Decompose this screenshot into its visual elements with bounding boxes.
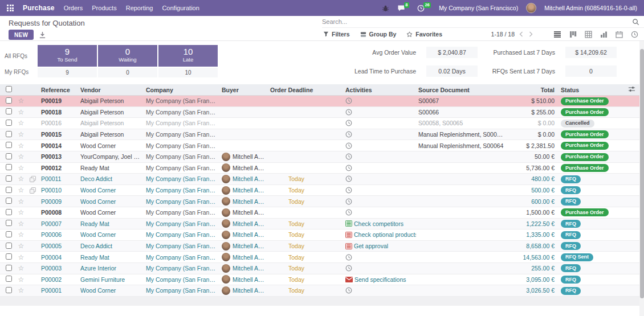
favorite-star-icon[interactable]: ☆ [15, 109, 27, 116]
cell-activities[interactable]: Check optional products [343, 231, 416, 238]
favorite-star-icon[interactable]: ☆ [15, 287, 27, 294]
table-row[interactable]: ☆ P00019 Abigail Peterson My Company (Sa… [0, 96, 639, 107]
kpi-to-send[interactable]: 9To Send [38, 45, 97, 67]
row-checkbox[interactable] [6, 287, 12, 293]
row-checkbox[interactable] [6, 198, 12, 204]
apps-grid-icon[interactable] [7, 5, 14, 11]
activity-clock-icon[interactable] [345, 165, 352, 171]
cell-activities[interactable]: Check competitors [343, 220, 416, 227]
header-buyer[interactable]: Buyer [219, 87, 268, 93]
favorite-star-icon[interactable]: ☆ [15, 254, 27, 261]
favorite-star-icon[interactable]: ☆ [15, 276, 27, 283]
table-row[interactable]: ☆ P00005 Deco Addict My Company (San Fra… [0, 241, 639, 252]
activity-clock-icon[interactable] [345, 198, 352, 205]
activity-clock-icon[interactable] [345, 287, 352, 294]
cell-activities[interactable] [343, 187, 416, 194]
view-graph-icon[interactable] [600, 31, 608, 38]
user-avatar[interactable] [526, 3, 536, 13]
cell-activities[interactable] [343, 287, 416, 294]
favorite-star-icon[interactable]: ☆ [15, 120, 27, 126]
cell-activities[interactable] [343, 175, 416, 182]
row-checkbox[interactable] [6, 231, 12, 237]
new-button[interactable]: NEW [9, 30, 34, 40]
cell-activities[interactable] [343, 97, 416, 104]
pager-next-icon[interactable] [529, 31, 533, 37]
kpi-my-late[interactable]: 10 [158, 68, 218, 77]
scrollbar-thumb[interactable] [640, 49, 644, 298]
row-checkbox[interactable] [6, 276, 12, 282]
activity-clock-icon[interactable] [345, 109, 352, 116]
search-icon[interactable] [632, 18, 639, 26]
row-checkbox[interactable] [6, 265, 12, 271]
cell-activities[interactable]: Send specifications [343, 276, 416, 283]
activity-clock-icon[interactable] [345, 97, 352, 104]
group-by-button[interactable]: Group By [360, 31, 397, 38]
row-checkbox[interactable] [6, 164, 12, 170]
table-row[interactable]: ☆ P00015 Abigail Peterson My Company (Sa… [0, 129, 639, 141]
cell-activities[interactable] [343, 265, 416, 272]
view-pivot-icon[interactable] [585, 31, 592, 38]
import-records-icon[interactable] [39, 31, 46, 39]
table-row[interactable]: ☆ P00011 Deco Addict My Company (San Fra… [0, 174, 639, 185]
activity-clock-icon[interactable] [345, 254, 352, 261]
favorite-star-icon[interactable]: ☆ [15, 243, 27, 249]
pager-previous-icon[interactable] [519, 31, 523, 37]
activity-clock-icon[interactable] [345, 131, 352, 138]
view-list-icon[interactable] [553, 31, 561, 38]
header-order-deadline[interactable]: Order Deadline [268, 87, 343, 93]
activity-clock-icon[interactable] [345, 142, 352, 149]
debug-bug-icon[interactable] [382, 5, 389, 12]
table-row[interactable]: ☆ P00018 Abigail Peterson My Company (Sa… [0, 107, 639, 118]
row-checkbox[interactable] [6, 243, 12, 249]
header-total[interactable]: Total [507, 87, 557, 93]
menu-reporting[interactable]: Reporting [126, 5, 153, 11]
filters-button[interactable]: Filters [323, 31, 350, 38]
row-checkbox[interactable] [6, 253, 12, 260]
favorite-star-icon[interactable]: ☆ [15, 131, 27, 138]
cell-activities[interactable] [343, 153, 416, 160]
activity-clock-icon[interactable] [345, 175, 352, 182]
favorite-star-icon[interactable]: ☆ [15, 165, 27, 171]
activity-clock-icon[interactable] [345, 120, 352, 126]
kpi-waiting[interactable]: 0Waiting [98, 45, 157, 67]
row-checkbox[interactable] [6, 142, 12, 148]
activity-clock-icon[interactable] [345, 209, 352, 216]
table-row[interactable]: ☆ P00007 Ready Mat My Company (San Franc… [0, 219, 639, 230]
activity-clock-icon[interactable] [345, 153, 352, 160]
view-activity-icon[interactable] [631, 31, 638, 38]
table-row[interactable]: ☆ P00002 Gemini Furniture My Company (Sa… [0, 274, 639, 286]
row-checkbox[interactable] [6, 187, 12, 193]
kpi-my-to-send[interactable]: 9 [38, 68, 97, 77]
table-row[interactable]: ☆ P00003 Azure Interior My Company (San … [0, 263, 639, 274]
cell-activities[interactable]: Get approval [343, 243, 416, 249]
favorite-star-icon[interactable]: ☆ [15, 209, 27, 216]
activities-clock-icon[interactable]: 26 [417, 5, 431, 12]
header-reference[interactable]: Reference [39, 87, 78, 93]
view-calendar-icon[interactable] [616, 31, 623, 38]
company-switcher[interactable]: My Company (San Francisco) [439, 5, 518, 11]
favorite-star-icon[interactable]: ☆ [15, 153, 27, 160]
kpi-my-waiting[interactable]: 0 [98, 68, 157, 77]
favorite-star-icon[interactable]: ☆ [15, 175, 27, 182]
activity-email-icon[interactable] [345, 277, 353, 282]
table-row[interactable]: ☆ P00013 YourCompany, Joel Willis My Com… [0, 151, 639, 163]
row-checkbox[interactable] [6, 175, 12, 182]
header-company[interactable]: Company [144, 87, 219, 93]
app-name[interactable]: Purchase [23, 4, 55, 12]
row-checkbox[interactable] [6, 131, 12, 137]
menu-configuration[interactable]: Configuration [162, 5, 199, 11]
menu-products[interactable]: Products [92, 5, 116, 11]
cell-activities[interactable] [343, 142, 416, 149]
header-source-document[interactable]: Source Document [416, 87, 507, 93]
row-checkbox[interactable] [6, 108, 12, 114]
favorite-star-icon[interactable]: ☆ [15, 187, 27, 194]
kpi-late[interactable]: 10Late [158, 45, 218, 67]
row-checkbox[interactable] [6, 120, 12, 126]
activity-todo-icon-green[interactable] [345, 220, 352, 227]
search-input[interactable] [322, 18, 632, 25]
table-row[interactable]: ☆ P00006 Wood Corner My Company (San Fra… [0, 229, 639, 241]
cell-activities[interactable] [343, 109, 416, 116]
table-row[interactable]: ☆ P00016 Abigail Peterson My Company (Sa… [0, 118, 639, 129]
cell-activities[interactable] [343, 254, 416, 261]
table-row[interactable]: ☆ P00010 Wood Corner My Company (San Fra… [0, 185, 639, 196]
